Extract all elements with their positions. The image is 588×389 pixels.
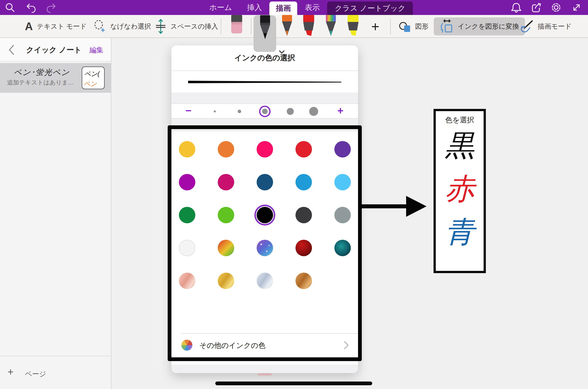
- color-legend-box: 色を選択 黒赤青: [434, 109, 486, 273]
- color-swatch-orange[interactable]: [218, 141, 234, 157]
- tab-class-notebook[interactable]: クラス ノートブック: [327, 1, 413, 15]
- tab-insert-label: 挿入: [247, 2, 262, 13]
- tab-view-label: 表示: [305, 2, 320, 13]
- chevron-right-icon: [344, 341, 349, 351]
- text-mode-label: テキスト モード: [37, 22, 87, 31]
- page-list-sidebar: クイック ノート 編集 ペン･蛍光ペン 追加テキストはありま… ペン( ペン +…: [0, 38, 111, 389]
- color-swatch-pink[interactable]: [257, 141, 273, 157]
- insert-space-icon: [155, 18, 166, 35]
- tab-class-notebook-label: クラス ノートブック: [335, 3, 405, 13]
- tab-home[interactable]: ホーム: [202, 0, 239, 15]
- text-mode-icon: A: [25, 20, 33, 33]
- color-swatch-light-blue[interactable]: [334, 174, 351, 190]
- color-swatch-blue[interactable]: [295, 174, 312, 190]
- color-swatch-red-marble[interactable]: [295, 240, 312, 256]
- color-swatch-green[interactable]: [179, 207, 195, 223]
- ink-horizontal-stroke: [215, 382, 372, 385]
- text-mode-button[interactable]: A テキスト モード: [25, 15, 87, 38]
- convert-ink-to-shape-button[interactable]: インクを図形に変換: [434, 17, 525, 35]
- color-swatch-red[interactable]: [295, 141, 312, 157]
- onenote-app: ホーム 挿入 描画 表示 クラス ノートブック A テキスト モード なげ: [0, 0, 588, 389]
- eraser-tool[interactable]: [230, 15, 243, 36]
- back-chevron-icon[interactable]: [7, 44, 15, 56]
- rainbow-pen-tool[interactable]: [324, 15, 338, 42]
- shapes-label: 図形: [415, 22, 429, 31]
- search-icon[interactable]: [3, 1, 16, 14]
- color-swatch-purple[interactable]: [334, 141, 351, 157]
- color-swatch-teal-ocean[interactable]: [334, 240, 351, 256]
- add-page-button[interactable]: + ページ: [0, 356, 111, 389]
- color-swatch-galaxy[interactable]: [257, 240, 273, 256]
- color-wheel-icon: [181, 340, 192, 351]
- tab-home-label: ホーム: [209, 2, 232, 13]
- fullscreen-expand-icon[interactable]: [570, 1, 583, 14]
- popup-divider-band: [171, 118, 358, 131]
- sidebar-header: クイック ノート 編集: [0, 38, 111, 62]
- color-swatch-copper[interactable]: [295, 273, 312, 289]
- add-pen-button[interactable]: +: [371, 15, 379, 38]
- share-icon[interactable]: [530, 1, 543, 14]
- size-dot-0[interactable]: [214, 110, 216, 112]
- thumbnail-ink-black: ペン(: [84, 70, 100, 78]
- undo-icon[interactable]: [24, 1, 37, 14]
- page-list-item-selected[interactable]: ペン･蛍光ペン 追加テキストはありま… ペン( ペン: [0, 63, 111, 93]
- black-pen-tool-selected[interactable]: [254, 15, 276, 52]
- settings-gear-icon[interactable]: [550, 1, 563, 14]
- handwritten-kanji-list: 黒赤青: [436, 127, 484, 250]
- ink-color-popup: インクの色の選択 − + その他のインクの色: [171, 45, 358, 373]
- edit-button[interactable]: 編集: [89, 45, 103, 55]
- shapes-button[interactable]: 図形: [398, 15, 429, 38]
- add-pen-plus-icon: +: [371, 18, 379, 35]
- color-swatch-dark-blue[interactable]: [257, 174, 273, 190]
- size-dot-4[interactable]: [309, 107, 318, 116]
- color-swatch-magenta[interactable]: [179, 174, 195, 190]
- arrow-tail: [359, 204, 411, 208]
- color-swatch-dark-pink[interactable]: [218, 174, 234, 190]
- tab-draw-label: 描画: [276, 3, 291, 13]
- color-swatch-gold[interactable]: [218, 273, 234, 289]
- toolbar-separator: [390, 18, 391, 34]
- color-swatch-rose-gold[interactable]: [179, 273, 195, 289]
- size-increase-button[interactable]: +: [337, 105, 344, 116]
- size-dot-selected-ring: [259, 106, 271, 117]
- page-thumbnail: ペン( ペン: [82, 67, 105, 89]
- convert-ink-icon: [440, 19, 454, 34]
- redo-icon[interactable]: [45, 1, 58, 14]
- color-swatch-yellow[interactable]: [179, 141, 195, 157]
- tab-insert[interactable]: 挿入: [239, 0, 269, 15]
- popup-bottom-band: [171, 365, 358, 373]
- convert-ink-label: インクを図形に変換: [458, 22, 519, 31]
- red-highlighter-tool[interactable]: [301, 15, 316, 42]
- stroke-preview: [171, 72, 358, 92]
- color-swatch-gray[interactable]: [334, 207, 351, 223]
- faint-ink-smudge: [258, 373, 272, 376]
- size-decrease-button[interactable]: −: [185, 105, 192, 116]
- color-swatch-dark-gray[interactable]: [295, 207, 312, 223]
- insert-space-button[interactable]: スペースの挿入: [155, 15, 218, 38]
- color-swatch-light-green[interactable]: [218, 207, 234, 223]
- notifications-bell-icon[interactable]: [510, 1, 523, 14]
- tab-view[interactable]: 表示: [297, 0, 327, 15]
- more-ink-colors-row[interactable]: その他のインクの色: [171, 334, 358, 357]
- color-swatch-rainbow-glitter[interactable]: [218, 240, 234, 256]
- insert-space-label: スペースの挿入: [170, 22, 218, 31]
- thumbnail-ink-orange: ペン: [84, 79, 97, 88]
- color-swatch-silver[interactable]: [257, 273, 273, 289]
- more-ink-colors-label: その他のインクの色: [199, 341, 266, 351]
- page-subtitle: 追加テキストはありま…: [7, 78, 74, 86]
- draw-mode-hand-icon: [520, 19, 534, 33]
- draw-ribbon-toolbar: A テキスト モード なげなわ選択 スペースの挿入: [0, 15, 588, 38]
- tab-draw[interactable]: 描画: [269, 1, 297, 15]
- yellow-highlighter-tool[interactable]: [346, 15, 361, 42]
- arrow-head: [406, 196, 427, 217]
- size-dot-1[interactable]: [238, 110, 241, 113]
- color-swatch-black[interactable]: [257, 207, 273, 223]
- page-title-handwritten: ペン･蛍光ペン: [14, 67, 70, 78]
- color-swatch-white[interactable]: [179, 240, 195, 256]
- draw-mode-button[interactable]: 描画モード: [520, 15, 572, 38]
- lasso-icon: [93, 19, 106, 34]
- size-dot-3[interactable]: [287, 108, 294, 115]
- lasso-select-button[interactable]: なげなわ選択: [93, 15, 151, 38]
- toolbar-separator: [251, 18, 251, 34]
- orange-pen-tool[interactable]: [280, 15, 294, 42]
